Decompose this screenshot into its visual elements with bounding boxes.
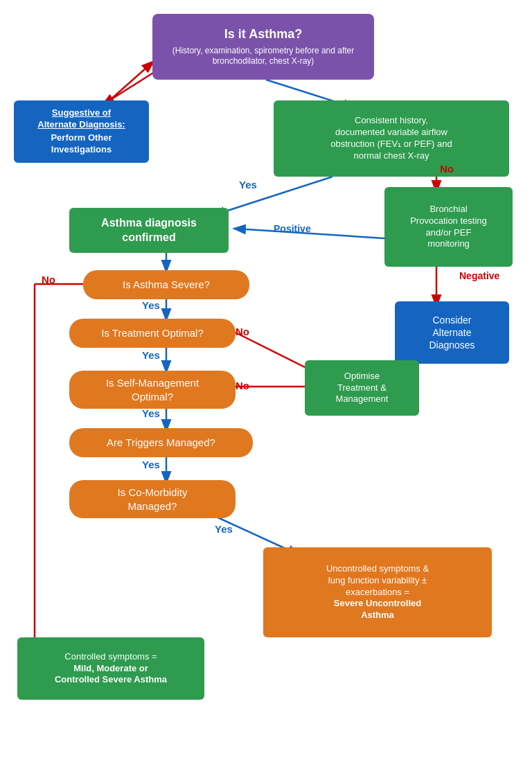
- consider-box: ConsiderAlternateDiagnoses: [395, 301, 509, 364]
- yes-label-1: Yes: [239, 179, 257, 191]
- svg-line-1: [215, 177, 332, 215]
- uncontrolled-box: Uncontrolled symptoms &lung function var…: [263, 547, 492, 637]
- negative-label: Negative: [459, 270, 499, 281]
- yes-label-self: Yes: [142, 407, 160, 419]
- no-label-self: No: [236, 380, 249, 391]
- optimise-box: OptimiseTreatment &Management: [305, 360, 419, 416]
- no-label-treatment: No: [236, 326, 249, 337]
- positive-label: Positive: [274, 223, 311, 234]
- uncontrolled-text: Uncontrolled symptoms &lung function var…: [326, 563, 429, 621]
- treatment-text: Is Treatment Optimal?: [101, 326, 204, 340]
- is-it-asthma-box: Is it Asthma? (History, examination, spi…: [152, 14, 374, 80]
- is-treatment-box: Is Treatment Optimal?: [69, 319, 236, 348]
- controlled-text: Controlled symptoms =Mild, Moderate orCo…: [55, 651, 167, 687]
- no-label-severe: No: [42, 274, 55, 285]
- self-text: Is Self-ManagementOptimal?: [106, 376, 199, 403]
- severe-text: Is Asthma Severe?: [123, 278, 210, 292]
- triggers-box: Are Triggers Managed?: [69, 428, 253, 457]
- flowchart: Is it Asthma? (History, examination, spi…: [0, 0, 532, 769]
- consider-text: ConsiderAlternateDiagnoses: [429, 314, 475, 352]
- optimise-text: OptimiseTreatment &Management: [336, 371, 389, 406]
- bronchial-box: BronchialProvocation testingand/or PEFmo…: [384, 187, 513, 267]
- yes-label-triggers: Yes: [142, 459, 160, 470]
- yes-label-severe: Yes: [142, 299, 160, 311]
- yes-label-treatment: Yes: [142, 349, 160, 361]
- bronchial-text: BronchialProvocation testingand/or PEFmo…: [410, 204, 487, 251]
- suggestive-title: Suggestive ofAlternate Diagnosis:: [37, 107, 125, 131]
- triggers-text: Are Triggers Managed?: [107, 436, 215, 450]
- suggestive-action: Perform OtherInvestigations: [37, 132, 125, 156]
- comorbidity-text: Is Co-MorbidityManaged?: [118, 486, 188, 513]
- svg-line-8: [236, 229, 395, 239]
- yes-label-comorbidity: Yes: [215, 523, 233, 535]
- title: Is it Asthma?: [161, 26, 366, 42]
- subtitle: (History, examination, spirometry before…: [161, 46, 366, 67]
- suggestive-box: Suggestive ofAlternate Diagnosis: Perfor…: [14, 100, 149, 163]
- asthma-confirmed-box: Asthma diagnosisconfirmed: [69, 208, 229, 253]
- consistent-box: Consistent history,documented variable a…: [274, 100, 509, 177]
- confirmed-text: Asthma diagnosisconfirmed: [101, 216, 197, 245]
- consistent-text: Consistent history,documented variable a…: [330, 115, 452, 162]
- controlled-box: Controlled symptoms =Mild, Moderate orCo…: [17, 637, 204, 700]
- is-severe-box: Is Asthma Severe?: [83, 270, 249, 299]
- is-self-box: Is Self-ManagementOptimal?: [69, 371, 236, 409]
- comorbidity-box: Is Co-MorbidityManaged?: [69, 480, 236, 518]
- no-label-1: No: [440, 163, 454, 175]
